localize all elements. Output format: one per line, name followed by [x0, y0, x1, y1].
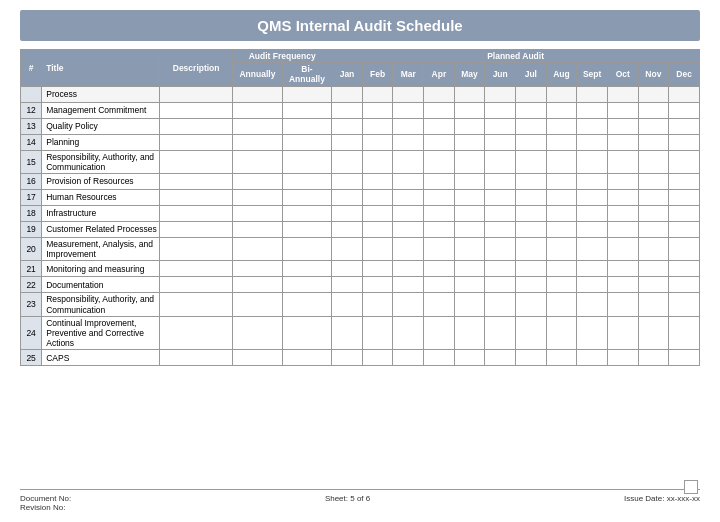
row-title: Monitoring and measuring — [42, 261, 160, 277]
row-month-6 — [485, 86, 516, 102]
issue-date: Issue Date: xx-xxx-xx — [624, 494, 700, 503]
table-row: 23Responsibility, Authority, and Communi… — [21, 293, 700, 316]
row-month-10 — [607, 189, 638, 205]
row-month-4 — [424, 118, 455, 134]
table-row: 24Continual Improvement, Preventive and … — [21, 316, 700, 350]
table-row: 21Monitoring and measuring — [21, 261, 700, 277]
row-month-12 — [669, 261, 700, 277]
row-bi-annually — [282, 150, 332, 173]
row-month-9 — [577, 118, 608, 134]
row-month-7 — [516, 205, 547, 221]
row-month-10 — [607, 173, 638, 189]
row-month-12 — [669, 118, 700, 134]
header-jun: Jun — [485, 63, 516, 86]
row-month-11 — [638, 237, 669, 260]
row-month-3 — [393, 86, 424, 102]
row-description — [160, 293, 233, 316]
row-month-6 — [485, 293, 516, 316]
row-bi-annually — [282, 350, 332, 366]
row-month-5 — [454, 277, 485, 293]
row-month-8 — [546, 150, 577, 173]
row-annually — [233, 118, 283, 134]
row-month-3 — [393, 173, 424, 189]
row-month-7 — [516, 173, 547, 189]
row-month-6 — [485, 118, 516, 134]
row-month-9 — [577, 150, 608, 173]
row-annually — [233, 205, 283, 221]
table-row: 15Responsibility, Authority, and Communi… — [21, 150, 700, 173]
row-month-6 — [485, 150, 516, 173]
row-month-12 — [669, 173, 700, 189]
row-month-12 — [669, 150, 700, 173]
row-month-4 — [424, 237, 455, 260]
row-month-4 — [424, 86, 455, 102]
row-month-12 — [669, 134, 700, 150]
row-month-8 — [546, 189, 577, 205]
row-month-7 — [516, 118, 547, 134]
row-month-2 — [362, 277, 393, 293]
row-month-1 — [332, 205, 363, 221]
row-month-2 — [362, 221, 393, 237]
header-aug: Aug — [546, 63, 577, 86]
row-month-10 — [607, 134, 638, 150]
header-may: May — [454, 63, 485, 86]
row-month-11 — [638, 316, 669, 350]
row-month-4 — [424, 261, 455, 277]
audit-table: # Title Description Audit Frequency Plan… — [20, 49, 700, 366]
row-month-1 — [332, 277, 363, 293]
row-title: Process — [42, 86, 160, 102]
row-month-2 — [362, 118, 393, 134]
audit-table-wrapper: # Title Description Audit Frequency Plan… — [20, 49, 700, 481]
row-month-5 — [454, 134, 485, 150]
row-month-10 — [607, 150, 638, 173]
row-description — [160, 189, 233, 205]
row-month-5 — [454, 189, 485, 205]
row-bi-annually — [282, 277, 332, 293]
row-month-3 — [393, 205, 424, 221]
header-feb: Feb — [362, 63, 393, 86]
row-annually — [233, 134, 283, 150]
row-month-5 — [454, 237, 485, 260]
row-month-7 — [516, 261, 547, 277]
row-month-9 — [577, 173, 608, 189]
row-month-10 — [607, 118, 638, 134]
row-month-11 — [638, 134, 669, 150]
table-row: 17Human Resources — [21, 189, 700, 205]
page-title: QMS Internal Audit Schedule — [20, 10, 700, 41]
row-num: 20 — [21, 237, 42, 260]
header-mar: Mar — [393, 63, 424, 86]
row-num: 22 — [21, 277, 42, 293]
row-month-2 — [362, 293, 393, 316]
row-month-3 — [393, 237, 424, 260]
row-month-9 — [577, 350, 608, 366]
table-row: 22Documentation — [21, 277, 700, 293]
row-bi-annually — [282, 86, 332, 102]
row-month-11 — [638, 118, 669, 134]
row-month-9 — [577, 293, 608, 316]
row-description — [160, 277, 233, 293]
row-title: Management Commitment — [42, 102, 160, 118]
row-title: Human Resources — [42, 189, 160, 205]
row-month-4 — [424, 293, 455, 316]
table-row: 20Measurement, Analysis, and Improvement — [21, 237, 700, 260]
row-month-10 — [607, 293, 638, 316]
row-month-8 — [546, 205, 577, 221]
header-jan: Jan — [332, 63, 363, 86]
row-bi-annually — [282, 134, 332, 150]
row-month-10 — [607, 221, 638, 237]
row-month-2 — [362, 173, 393, 189]
row-month-5 — [454, 118, 485, 134]
row-month-1 — [332, 102, 363, 118]
row-month-12 — [669, 237, 700, 260]
row-month-2 — [362, 261, 393, 277]
row-title: Documentation — [42, 277, 160, 293]
row-title: Quality Policy — [42, 118, 160, 134]
row-annually — [233, 350, 283, 366]
row-month-6 — [485, 261, 516, 277]
row-num: 17 — [21, 189, 42, 205]
footer: Document No: Revision No: Sheet: 5 of 6 … — [20, 489, 700, 512]
header-planned-audit: Planned Audit — [332, 50, 700, 63]
row-num — [21, 86, 42, 102]
row-num: 14 — [21, 134, 42, 150]
row-description — [160, 150, 233, 173]
